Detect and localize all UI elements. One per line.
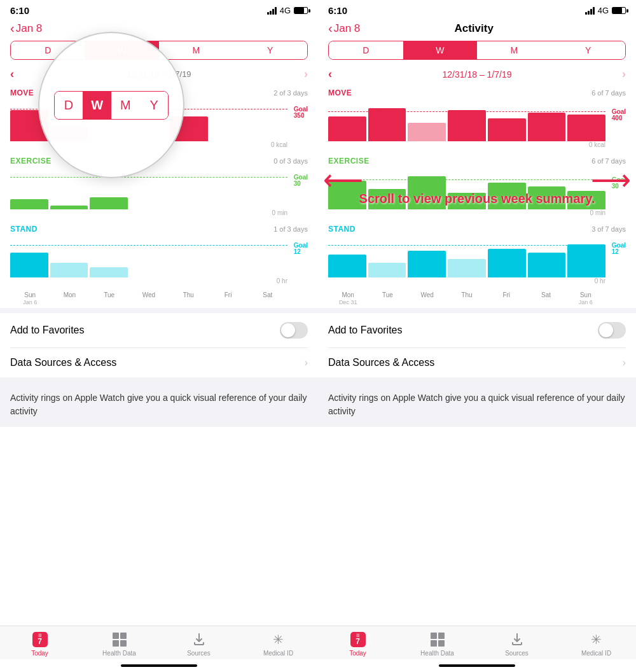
tab-y-left[interactable]: Y: [233, 41, 308, 59]
prev-week-left[interactable]: ‹: [10, 67, 14, 81]
asterisk-icon-right: ✳: [589, 632, 604, 647]
back-label-right: Jan 8: [334, 22, 361, 35]
move-bar-1-right: [368, 108, 406, 141]
favorites-toggle-left[interactable]: [280, 322, 308, 339]
nav-bar-right: ‹ Jan 8 Activity: [318, 18, 636, 41]
tab-bar-right: ☰ 7 Today Health Data: [318, 626, 636, 659]
move-bar-4-right: [488, 118, 526, 141]
status-icons-left: 4G: [267, 6, 308, 15]
status-bar-right: 6:10 4G: [318, 0, 636, 18]
stand-chart-section-left: STAND 1 of 3 days Goal12 0 hr SunJan 6 M…: [0, 225, 318, 305]
tab-today-left[interactable]: ☰ 7 Today: [0, 631, 80, 657]
date-range-row-right: ‹ 12/31/18 – 1/7/19 ›: [318, 65, 636, 83]
grid-icon-left: [113, 633, 127, 647]
data-sources-row-left[interactable]: Data Sources & Access ›: [0, 348, 318, 377]
divider-2-right: [318, 377, 636, 382]
tab-medicalid-label-right: Medical ID: [581, 650, 611, 657]
axis-label-6-right: SunJan 6: [566, 291, 605, 305]
network-label-right: 4G: [598, 6, 609, 15]
description-left: Activity rings on Apple Watch give you a…: [0, 382, 318, 427]
tab-d-right[interactable]: D: [329, 41, 403, 59]
tab-w-right[interactable]: W: [403, 41, 478, 59]
grid-icon-right: [431, 633, 445, 647]
tab-healthdata-label-right: Health Data: [420, 650, 454, 657]
scroll-text-container: Scroll to view previous week summary.: [323, 192, 631, 206]
magnifier-tab-y-left[interactable]: Y: [140, 92, 169, 119]
stand-bar-1-left: [50, 263, 88, 277]
axis-label-4-left: Thu: [169, 291, 208, 305]
move-goal-label-left: Goal350: [294, 106, 308, 119]
axis-label-0-right: MonDec 31: [328, 291, 368, 305]
sources-icon-right: [509, 631, 525, 648]
medicalid-icon-right: ✳: [588, 631, 605, 648]
magnifier-tab-d-left[interactable]: D: [55, 92, 83, 119]
tab-medicalid-left[interactable]: ✳ Medical ID: [238, 631, 318, 657]
exercise-days-left: 0 of 3 days: [273, 157, 308, 165]
back-label-left: Jan 8: [16, 22, 43, 35]
magnifier-tab-m-left[interactable]: M: [111, 92, 140, 119]
back-button-left[interactable]: ‹ Jan 8: [10, 21, 42, 36]
exercise-zero-left: 0 min: [10, 209, 308, 216]
axis-label-1-right: Tue: [368, 291, 407, 305]
data-sources-row-right[interactable]: Data Sources & Access ›: [318, 348, 636, 377]
next-week-right[interactable]: ›: [622, 67, 626, 81]
data-sources-label-left: Data Sources & Access: [10, 357, 116, 368]
tab-m-left[interactable]: M: [159, 41, 233, 59]
stand-bar-2-right: [408, 251, 446, 277]
axis-row-left: SunJan 6 Mon Tue Wed Thu Fri Sat: [10, 291, 308, 305]
tab-medicalid-right[interactable]: ✳ Medical ID: [556, 631, 636, 657]
home-indicator-right: [318, 659, 636, 672]
medicalid-icon-left: ✳: [270, 631, 287, 648]
move-bar-5-right: [528, 113, 566, 142]
move-label-right: MOVE: [328, 88, 352, 97]
tab-healthdata-right[interactable]: Health Data: [398, 631, 477, 657]
back-chevron-right: ‹: [328, 21, 333, 36]
axis-label-6-left: Sat: [248, 291, 287, 305]
divider-1-right: [318, 308, 636, 313]
favorites-toggle-right[interactable]: [598, 322, 626, 339]
magnifier-tabs-left: D W M Y: [54, 91, 169, 120]
home-indicator-left: [0, 659, 318, 672]
stand-bar-3-right: [448, 259, 486, 277]
add-favorites-label-left: Add to Favorites: [10, 325, 85, 336]
sources-icon-left: [191, 631, 207, 648]
tab-sources-right[interactable]: Sources: [477, 631, 556, 657]
sources-svg-left: [192, 633, 206, 647]
home-bar-right: [439, 664, 515, 667]
axis-row-right: MonDec 31 Tue Wed Thu Fri Sat SunJan 6: [328, 291, 626, 305]
magnifier-content-left: D W M Y: [39, 91, 183, 120]
tab-m-right[interactable]: M: [477, 41, 551, 59]
data-sources-chevron-right: ›: [623, 357, 626, 368]
add-favorites-row-left: Add to Favorites: [0, 313, 318, 347]
battery-icon-left: [294, 7, 308, 14]
stand-bar-5-right: [528, 253, 566, 277]
axis-label-1-left: Mon: [50, 291, 89, 305]
healthdata-icon-right: [429, 631, 446, 648]
tab-sources-left[interactable]: Sources: [159, 631, 238, 657]
add-favorites-row-right: Add to Favorites: [318, 313, 636, 347]
exercise-goal-label-left: Goal30: [294, 174, 308, 187]
axis-label-0-left: SunJan 6: [10, 291, 50, 305]
magnifier-tab-w-left[interactable]: W: [83, 92, 111, 119]
tab-healthdata-left[interactable]: Health Data: [80, 631, 159, 657]
back-button-right[interactable]: ‹ Jan 8: [328, 21, 360, 36]
axis-label-5-right: Sat: [526, 291, 565, 305]
tab-today-right[interactable]: ☰ 7 Today: [318, 631, 398, 657]
prev-week-right[interactable]: ‹: [328, 67, 332, 81]
today-icon-right: ☰ 7: [350, 631, 366, 648]
nav-bar-left: ‹ Jan 8: [0, 18, 318, 41]
exercise-label-left: EXERCISE: [10, 157, 52, 165]
axis-label-2-left: Tue: [90, 291, 129, 305]
status-icons-right: 4G: [585, 6, 626, 15]
divider-1-left: [0, 308, 318, 313]
right-arrow-icon: ⟶: [591, 166, 631, 194]
scroll-annotation-text: Scroll to view previous week summary.: [323, 192, 631, 206]
tab-y-right[interactable]: Y: [551, 41, 626, 59]
today-calendar-icon-right: ☰ 7: [350, 632, 366, 647]
left-phone-panel: 6:10 4G ‹ Jan 8 D W M Y ‹ 12/31/18 – 1/7…: [0, 0, 318, 672]
move-chart-right: Goal400 0 kcal: [328, 100, 626, 154]
tab-sources-label-right: Sources: [505, 650, 529, 657]
data-sources-label-right: Data Sources & Access: [328, 357, 434, 368]
next-week-left[interactable]: ›: [304, 67, 308, 81]
right-phone-panel: 6:10 4G ‹ Jan 8 Activity D W M Y ‹ 12/31…: [318, 0, 636, 672]
